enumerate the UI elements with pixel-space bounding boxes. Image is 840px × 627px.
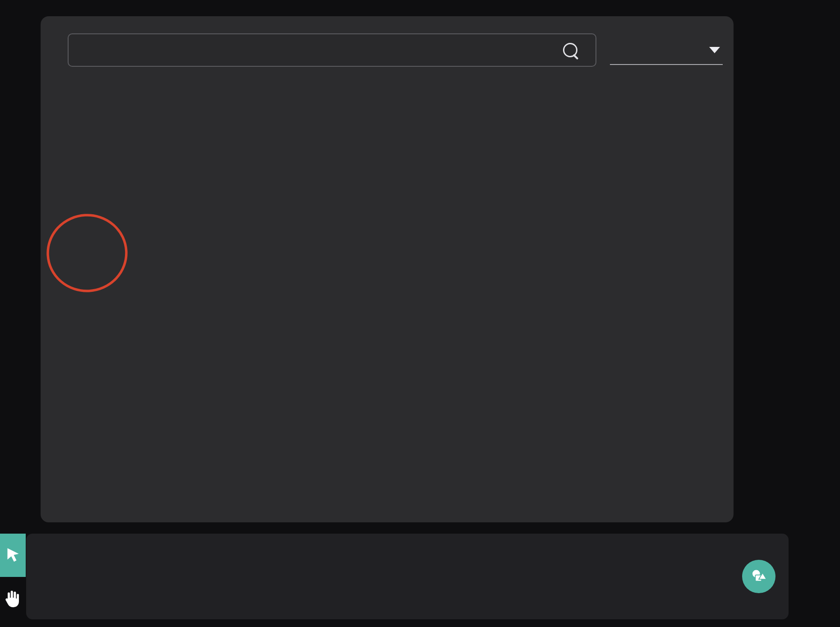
toolbar-strip <box>26 534 789 619</box>
search-input[interactable] <box>69 42 563 58</box>
version-filter-dropdown[interactable] <box>610 36 723 65</box>
select-tool[interactable] <box>0 534 26 577</box>
hand-tool[interactable] <box>1 584 23 614</box>
search-icon <box>563 43 577 57</box>
chevron-down-icon <box>709 47 720 53</box>
annotation-red-circle[interactable] <box>45 213 129 293</box>
shape-library-button[interactable] <box>742 560 775 593</box>
search-box <box>68 33 596 67</box>
shape-picker-dialog <box>41 16 734 522</box>
